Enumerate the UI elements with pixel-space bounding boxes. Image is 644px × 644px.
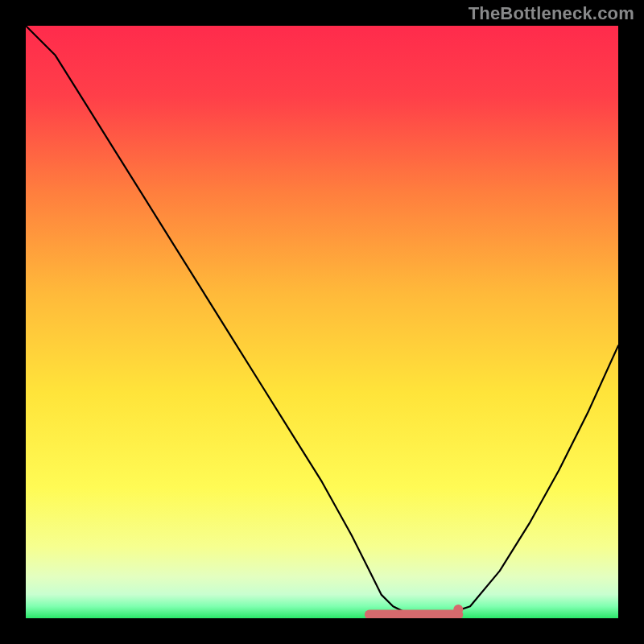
optimal-point-marker bbox=[453, 605, 463, 614]
bottleneck-curve bbox=[26, 26, 618, 618]
curve-line bbox=[26, 26, 618, 615]
watermark-label: TheBottleneck.com bbox=[469, 3, 634, 24]
chart-frame: TheBottleneck.com bbox=[0, 0, 644, 644]
plot-area bbox=[26, 26, 618, 618]
